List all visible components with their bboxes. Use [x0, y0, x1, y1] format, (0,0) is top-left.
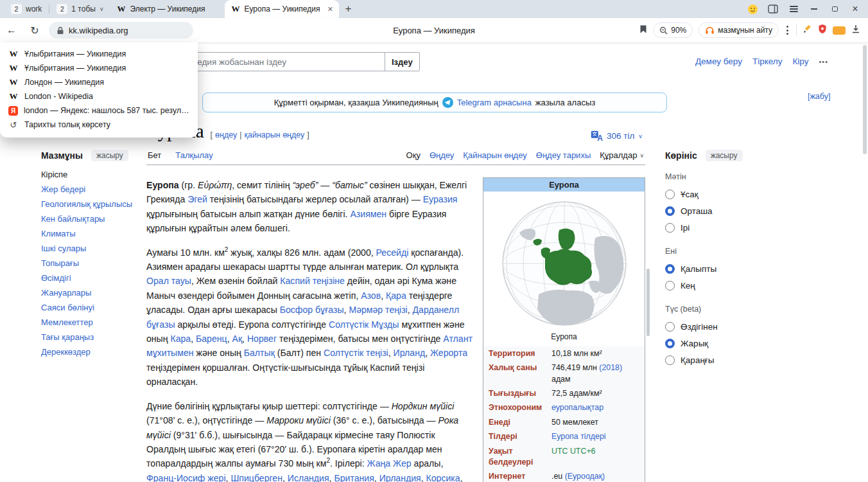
radio-button[interactable]	[665, 264, 675, 274]
hamburger-menu-icon[interactable]	[783, 0, 804, 18]
page-tab[interactable]: Оқу	[406, 150, 421, 160]
toc-item[interactable]: Мемлекеттер	[41, 317, 139, 332]
article-link[interactable]: Эгей	[187, 194, 207, 204]
close-window-button[interactable]: ×	[845, 0, 865, 18]
read-aloud-button[interactable]: мазмұнын айту	[699, 22, 779, 38]
infobox-link[interactable]: (2018)	[599, 363, 622, 372]
appearance-option[interactable]: Ірі	[665, 219, 755, 236]
infobox-link[interactable]: (Еуроодақ)	[565, 472, 605, 481]
article-link[interactable]: Азов	[361, 290, 381, 301]
article-link[interactable]: Балтық	[244, 348, 275, 358]
user-link[interactable]: Демеу беру	[695, 57, 742, 66]
article-link[interactable]: Ирланд	[394, 348, 426, 358]
appearance-option[interactable]: Кең	[665, 277, 755, 294]
tab-group-1toby[interactable]: 2 1 тобы ∨	[49, 0, 110, 18]
page-tab[interactable]: Өңдеу	[430, 150, 454, 160]
toc-item[interactable]: Геологиялық құрылысы	[41, 199, 139, 214]
article-link[interactable]: Каспий теңізіне	[280, 276, 345, 286]
article-link[interactable]: Жаңа Жер	[367, 458, 412, 469]
appearance-option[interactable]: Өздігінен	[665, 318, 755, 335]
radio-button[interactable]	[665, 322, 675, 332]
page-tab[interactable]: Қайнарын өңдеу	[463, 150, 526, 160]
toc-item[interactable]: Топырағы	[41, 258, 139, 273]
tab-group-work[interactable]: 2 work	[4, 0, 49, 18]
article-link[interactable]: Британия	[334, 473, 374, 482]
appearance-option[interactable]: Қараңғы	[665, 352, 755, 368]
radio-button[interactable]	[665, 339, 675, 348]
minimize-button[interactable]	[804, 0, 824, 18]
smiley-icon[interactable]	[742, 0, 763, 18]
suggestion-item[interactable]: WҰлыбритания — Уикипедия	[0, 61, 198, 75]
article-link[interactable]: Франц-Иосиф жері	[146, 473, 226, 482]
downloads-icon[interactable]	[851, 24, 860, 37]
wiki-search-button[interactable]: Іздеу	[385, 52, 420, 71]
toc-hide-button[interactable]: жасыру	[91, 150, 128, 161]
extension-badge-icon[interactable]	[833, 26, 846, 35]
pencil-icon[interactable]	[803, 24, 812, 37]
page-tab[interactable]: Талқылау	[175, 150, 213, 160]
article-link[interactable]: Мәрмәр теңізі	[349, 305, 407, 315]
maximize-button[interactable]	[824, 0, 845, 18]
suggestion-item[interactable]: WЛондон — Уикипедия	[0, 75, 198, 89]
suggestion-item[interactable]: WLondon - Wikipedia	[0, 89, 198, 103]
panels-icon[interactable]	[763, 0, 783, 18]
shield-icon[interactable]	[818, 24, 827, 37]
more-options-icon[interactable]: •••	[819, 58, 828, 66]
toc-item[interactable]: Тағы қараңыз	[41, 332, 139, 347]
infobox-link[interactable]: еуропалықтар	[551, 403, 603, 412]
radio-button[interactable]	[665, 355, 675, 365]
article-link[interactable]: Ресейді	[376, 247, 409, 258]
article-link[interactable]: Шпицберген	[230, 473, 282, 482]
article-link[interactable]: Жерорта	[430, 348, 467, 358]
toc-item[interactable]: Саяси бөлінуі	[41, 303, 139, 317]
europe-globe-image[interactable]	[483, 192, 645, 330]
tab-electr-wikipedia[interactable]: W Электр — Уикипедия	[110, 0, 225, 18]
toc-item[interactable]: Кіріспе	[41, 170, 139, 184]
inner-scrollbar-thumb[interactable]	[647, 269, 650, 336]
tab-close-icon[interactable]: ×	[327, 4, 333, 13]
article-link[interactable]: Кара	[170, 334, 191, 344]
window-scrollbar-thumb[interactable]	[863, 45, 867, 154]
article-link[interactable]: Босфор бұғазы	[280, 305, 344, 315]
toc-item[interactable]: Кен байлықтары	[41, 214, 139, 229]
toc-item[interactable]: Ішкі сулары	[41, 244, 139, 258]
appearance-option[interactable]: Орташа	[665, 202, 755, 219]
article-link[interactable]: Баренц	[196, 334, 227, 344]
article-link[interactable]: Азиямен	[350, 209, 386, 219]
toc-item[interactable]: Климаты	[41, 229, 139, 244]
article-link[interactable]: Қара	[386, 290, 406, 301]
zoom-indicator[interactable]: 90%	[653, 22, 693, 38]
page-tab[interactable]: Бет	[148, 150, 161, 160]
infobox-link[interactable]: UTC+6	[570, 447, 596, 456]
new-tab-button[interactable]: +	[339, 0, 357, 18]
appearance-option[interactable]: Жарық	[665, 335, 755, 352]
toc-item[interactable]: Жануарлары	[41, 288, 139, 303]
bookmark-icon[interactable]	[639, 24, 647, 37]
page-tab[interactable]: Өңдеу тарихы	[536, 150, 591, 160]
telegram-channel-link[interactable]: Telegram арнасына	[457, 98, 532, 107]
banner-close-link[interactable]: [жабу]	[808, 92, 830, 101]
article-link[interactable]: Ақ	[232, 334, 243, 344]
article-link[interactable]: Солтүстік Мұзды	[329, 319, 399, 330]
reload-button[interactable]: ↻	[23, 24, 46, 37]
back-button[interactable]: ←	[0, 24, 23, 36]
radio-button[interactable]	[665, 190, 675, 199]
toc-item[interactable]: Өсімдігі	[41, 273, 139, 288]
toc-item[interactable]: Жер бедері	[41, 184, 139, 199]
kebab-menu-icon[interactable]	[785, 26, 790, 35]
article-link[interactable]: Еуразия	[423, 194, 458, 204]
appearance-option[interactable]: Қалыпты	[665, 260, 755, 277]
address-bar[interactable]: kk.wikipedia.org	[49, 22, 193, 39]
article-link[interactable]: Корсика	[426, 473, 460, 482]
infobox-link[interactable]: UTC	[551, 447, 568, 456]
edit-source-link[interactable]: қайнарын өңдеу	[245, 130, 305, 139]
user-link[interactable]: Кіру	[792, 57, 808, 66]
article-link[interactable]: Солтүстік теңізі	[324, 348, 388, 358]
article-link[interactable]: Норвег	[247, 334, 277, 344]
article-link[interactable]: Исландия	[288, 473, 329, 482]
appearance-hide-button[interactable]: жасыру	[706, 150, 743, 161]
article-link[interactable]: Ирландия	[379, 473, 421, 482]
toc-item[interactable]: Дереккөздер	[41, 347, 139, 362]
radio-button[interactable]	[665, 281, 675, 290]
user-link[interactable]: Тіркелу	[752, 57, 783, 66]
